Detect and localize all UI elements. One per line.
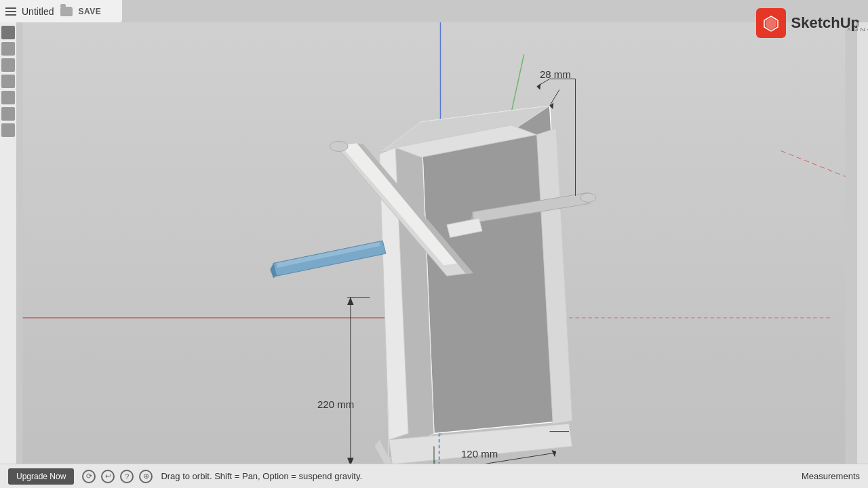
bottombar: Upgrade Now ⟳ ↩ ? ⊕ Drag to orbit. Shift… — [0, 464, 868, 488]
orbit-icon[interactable]: ⟳ — [82, 470, 96, 483]
back-icon[interactable]: ↩ — [101, 470, 115, 483]
status-text: Drag to orbit. Shift = Pan, Option = sus… — [161, 471, 793, 481]
3d-model-view — [0, 22, 868, 464]
viewport[interactable]: 28 mm 220 mm 120 mm — [0, 22, 868, 464]
globe-icon[interactable]: ⊕ — [139, 470, 153, 483]
save-button[interactable]: SAVE — [78, 7, 101, 16]
right-panel-item-5[interactable]: < — [846, 28, 852, 37]
right-panel-item-3[interactable]: Z — [859, 28, 866, 32]
svg-point-22 — [580, 193, 596, 202]
file-title: Untitled — [22, 6, 54, 17]
nav-icons: ⟳ ↩ ? ⊕ — [82, 470, 153, 483]
svg-point-19 — [330, 141, 348, 151]
menu-button[interactable] — [5, 7, 16, 16]
sketchup-logo: SketchUp — [756, 8, 860, 38]
tool-btn-6[interactable] — [1, 107, 15, 121]
tool-btn-4[interactable] — [1, 75, 15, 88]
tool-btn-2[interactable] — [1, 42, 15, 56]
right-panel: E T Z 3 < — [857, 22, 868, 464]
logo-icon — [756, 8, 786, 38]
right-panel-item-4[interactable]: 3 — [852, 28, 859, 32]
topbar: Untitled SAVE — [0, 0, 122, 22]
left-toolbar — [0, 22, 16, 464]
tool-btn-7[interactable] — [1, 123, 15, 137]
tool-btn-3[interactable] — [1, 58, 15, 72]
upgrade-button[interactable]: Upgrade Now — [8, 468, 74, 485]
folder-icon[interactable] — [60, 7, 73, 16]
measurements-label: Measurements — [802, 471, 860, 481]
tool-btn-1[interactable] — [1, 26, 15, 39]
help-icon[interactable]: ? — [120, 470, 134, 483]
tool-btn-5[interactable] — [1, 91, 15, 104]
